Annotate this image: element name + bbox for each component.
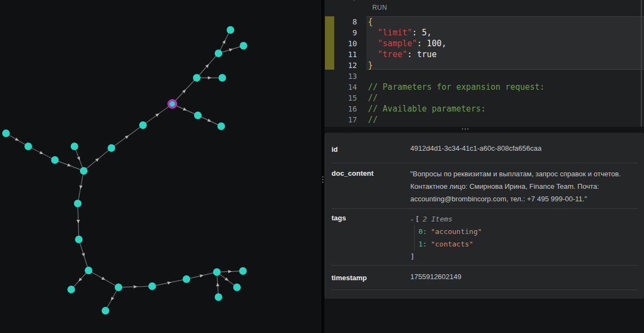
edge-arrow-icon (110, 297, 114, 301)
tag-index: 1: (418, 240, 427, 248)
graph-node[interactable] (71, 143, 78, 150)
line-number: 17 (324, 114, 357, 125)
run-codelens-button[interactable]: RUN (372, 4, 387, 11)
graph-node[interactable] (215, 293, 222, 301)
panel-resize-handle-vertical[interactable] (322, 176, 324, 183)
line-number: 10 (324, 38, 357, 49)
field-value-id: 4912d4d1-3c34-41c1-a60c-808cfa656caa (410, 144, 541, 153)
edge-arrow-icon (82, 253, 86, 257)
field-row-tags: tags ⌄[2 Items 0:"accounting" 1:"contact… (332, 209, 637, 266)
tag-item: 0:"accounting" (418, 225, 482, 238)
field-value-doc-content: "Вопросы по реквизитам и выплатам, запро… (410, 168, 637, 205)
graph-node[interactable] (115, 283, 122, 291)
tag-value: "accounting" (431, 227, 482, 236)
line-number: 18 (324, 125, 357, 127)
edge-arrow-icon (208, 119, 212, 123)
edge-arrow-icon (77, 220, 80, 224)
edge-arrow-icon (183, 108, 187, 112)
tag-index: 0: (418, 227, 427, 236)
graph-node[interactable] (240, 42, 247, 50)
tags-item-count: 2 Items (423, 215, 453, 223)
tags-open-bracket: [ (415, 215, 420, 223)
edge-arrow-icon (134, 285, 137, 288)
graph-node[interactable] (108, 144, 115, 152)
code-line[interactable]: } (368, 60, 373, 71)
graph-panel (0, 0, 321, 333)
graph-node[interactable] (233, 283, 241, 291)
line-number: 15 (324, 92, 357, 103)
field-label-tags: tags (332, 212, 410, 223)
graph-svg (0, 0, 321, 333)
edge-arrow-icon (39, 151, 44, 155)
graph-node[interactable] (217, 122, 225, 130)
graph-node[interactable] (148, 282, 156, 290)
code-line[interactable]: // - 'limit' - number of nodes used for … (368, 125, 644, 127)
code-line[interactable]: // Available parameters: (368, 103, 486, 114)
code-line[interactable]: // (368, 114, 378, 125)
line-number: 7 (324, 0, 357, 3)
field-row-id: id 4912d4d1-3c34-41c1-a60c-808cfa656caa (332, 133, 637, 163)
field-value-tags: ⌄[2 Items 0:"accounting" 1:"contacts" ] (410, 212, 482, 263)
code-line[interactable]: { (368, 16, 373, 27)
graph-node[interactable] (51, 156, 59, 164)
field-row-doc-content: doc_content "Вопросы по реквизитам и вып… (332, 163, 637, 209)
edge-arrow-icon (228, 270, 232, 273)
graph-node[interactable] (183, 275, 190, 283)
graph-node[interactable] (193, 74, 201, 82)
edge-arrow-icon (67, 163, 72, 168)
app-window: RUN 78{9 "limit": 5,10 "sample": 100,11 … (0, 0, 644, 333)
code-line[interactable]: "sample": 100, (368, 38, 447, 49)
graph-node[interactable] (102, 307, 109, 314)
graph-node[interactable] (213, 268, 221, 276)
graph-node[interactable] (239, 267, 247, 275)
graph-node[interactable] (24, 143, 32, 150)
tag-value: "contacts" (431, 240, 473, 248)
graph-node[interactable] (74, 200, 82, 207)
graph-node[interactable] (218, 74, 226, 82)
right-pane: RUN 78{9 "limit": 5,10 "sample": 100,11 … (324, 0, 644, 333)
line-number: 8 (324, 16, 357, 27)
code-line[interactable]: "tree": true (368, 49, 436, 60)
graph-node[interactable] (227, 26, 234, 34)
line-number: 11 (324, 49, 357, 60)
graph-node-selected[interactable] (168, 100, 176, 108)
tags-items: 0:"accounting" 1:"contacts" (414, 225, 482, 250)
edge-arrow-icon (216, 282, 219, 286)
graph-node[interactable] (2, 130, 10, 137)
field-label-doc-content: doc_content (332, 168, 410, 178)
edge-arrow-icon (229, 47, 233, 52)
record-details-panel: id 4912d4d1-3c34-41c1-a60c-808cfa656caa … (324, 133, 644, 299)
edge-arrow-icon (222, 39, 227, 44)
field-row-timestamp: timestamp 1755912602149 (332, 266, 637, 290)
line-number: 16 (324, 103, 357, 114)
graph-node[interactable] (75, 236, 83, 243)
panel-resize-handle-horizontal[interactable] (462, 128, 468, 130)
code-line[interactable]: "limit": 5, (368, 27, 432, 38)
graph-node[interactable] (67, 286, 75, 293)
tag-item: 1:"contacts" (418, 238, 482, 250)
code-line[interactable]: // (368, 92, 378, 103)
graph-node[interactable] (194, 112, 202, 119)
tags-array-header: ⌄[2 Items (410, 212, 482, 225)
line-number: 14 (324, 82, 357, 92)
line-number: 12 (324, 60, 357, 71)
edge-arrow-icon (77, 157, 82, 161)
graph-node[interactable] (139, 121, 147, 129)
request-editor: RUN 78{9 "limit": 5,10 "sample": 100,11 … (324, 0, 644, 127)
tags-close-bracket: ] (410, 250, 482, 263)
collapse-chevron-icon[interactable]: ⌄ (410, 215, 414, 221)
line-number: 13 (324, 71, 357, 82)
edge-arrow-icon (208, 76, 212, 79)
edge-arrow-icon (101, 276, 106, 281)
graph-node[interactable] (85, 267, 92, 274)
editor-scrollbar[interactable] (641, 0, 642, 127)
edge-arrow-icon (15, 138, 20, 142)
field-label-id: id (332, 144, 410, 155)
graph-node[interactable] (215, 50, 222, 57)
line-number: 9 (324, 27, 357, 38)
field-value-timestamp: 1755912602149 (410, 272, 461, 282)
graph-node[interactable] (80, 167, 87, 175)
code-line[interactable]: // Parameters for expansion request: (368, 82, 545, 92)
field-label-timestamp: timestamp (332, 272, 410, 283)
